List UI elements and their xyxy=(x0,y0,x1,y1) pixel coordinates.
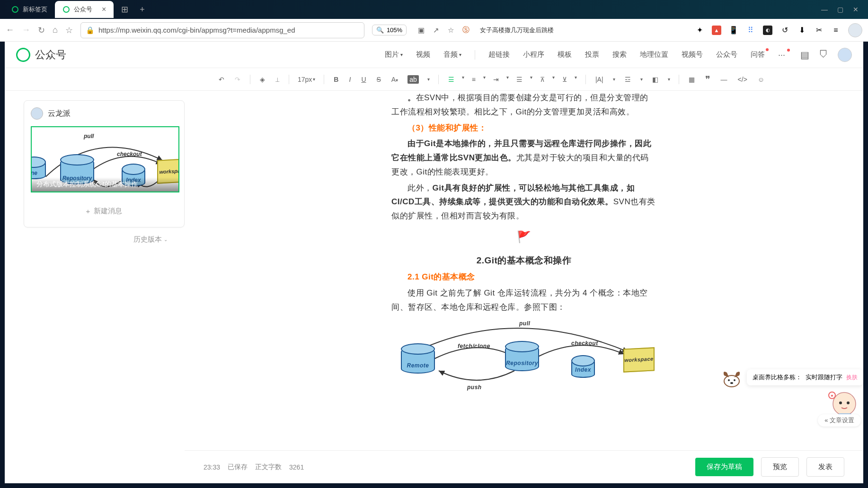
window-close-icon[interactable]: ✕ xyxy=(853,6,859,13)
emoji-icon[interactable]: ☺ xyxy=(757,75,765,84)
align-left-icon[interactable]: ☰ xyxy=(447,75,455,84)
menu-qa[interactable]: 问答 xyxy=(751,50,765,59)
preview-button[interactable]: 预览 xyxy=(761,457,799,477)
ext-phone-icon[interactable]: 📱 xyxy=(729,26,738,35)
paragraph: 此外，Git具有良好的扩展性，可以轻松地与其他工具集成，如CI/CD工具、持续集… xyxy=(391,181,656,223)
app-root: 公众号 图片▾ 视频 音频▾ 超链接 小程序 模板 投票 搜索 地理位置 视频号… xyxy=(5,42,863,483)
ext-dark-icon[interactable]: ◐ xyxy=(763,26,772,35)
menu-link[interactable]: 超链接 xyxy=(488,50,510,59)
indent-icon[interactable]: ⇥ xyxy=(492,75,500,84)
ext-red-icon[interactable]: ▲ xyxy=(712,26,721,35)
close-tab-icon[interactable]: × xyxy=(102,5,106,14)
back-icon[interactable]: ← xyxy=(6,25,14,35)
favorite-icon[interactable]: ☆ xyxy=(448,26,454,35)
clear-format-icon[interactable]: ⟂ xyxy=(275,75,280,84)
pet-msg-prefix: 桌面养比格多栋： xyxy=(753,373,802,382)
heading-2: 2.Git的基本概念和操作 xyxy=(391,253,656,268)
change-skin-button[interactable]: 换肤 xyxy=(846,374,858,382)
menu-audio[interactable]: 音频▾ xyxy=(443,50,461,59)
ext-translate-icon[interactable]: ⠿ xyxy=(746,26,755,35)
window-minimize-icon[interactable]: — xyxy=(821,6,828,13)
format-painter-icon[interactable]: ◈ xyxy=(259,75,266,84)
menu-vote[interactable]: 投票 xyxy=(585,50,599,59)
italic-icon[interactable]: I xyxy=(348,75,352,84)
menu-video[interactable]: 视频 xyxy=(416,50,430,59)
tab-new[interactable]: 新标签页 xyxy=(4,1,55,18)
tab-add-icon[interactable]: + xyxy=(136,3,149,17)
article-settings-chip[interactable]: « 文章设置 xyxy=(818,414,861,427)
shield-icon[interactable]: ⛉ xyxy=(819,49,828,60)
reload-icon[interactable]: ↻ xyxy=(38,25,45,35)
font-size-select[interactable]: 17px ▾ xyxy=(298,76,315,83)
svg-point-5 xyxy=(730,382,733,384)
url-input[interactable]: 🔒 https://mp.weixin.qq.com/cgi-bin/appms… xyxy=(80,22,364,38)
capture-icon[interactable]: ▣ xyxy=(418,26,425,35)
svg-point-8 xyxy=(847,401,850,404)
redo-icon[interactable]: ↷ xyxy=(234,75,241,84)
menu-channel[interactable]: 视频号 xyxy=(682,50,703,59)
article-thumbnail[interactable]: pull checkout commit add ne Repository I… xyxy=(31,126,179,192)
forward-icon[interactable]: → xyxy=(22,25,30,35)
address-bar: ← → ↻ ⌂ ☆ 🔒 https://mp.weixin.qq.com/cgi… xyxy=(0,19,868,42)
quote-icon[interactable]: ❞ xyxy=(704,73,711,86)
insert-menu: 图片▾ 视频 音频▾ 超链接 小程序 模板 投票 搜索 地理位置 视频号 公众号… xyxy=(385,50,786,60)
star-icon[interactable]: ☆ xyxy=(65,25,73,35)
history-link[interactable]: 历史版本 ⌄ xyxy=(24,235,185,244)
phone-preview-icon[interactable]: ▤ xyxy=(800,49,809,61)
list-icon[interactable]: ☲ xyxy=(624,75,632,84)
format-toolbar: ↶ ↷ ◈ ⟂ 17px ▾ B I U S A▾ ab▾ ☰▾ ≡▾ ⇥▾ ☰… xyxy=(5,68,863,91)
add-message-button[interactable]: + 新建消息 xyxy=(31,202,177,220)
pet-message-bubble[interactable]: 桌面养比格多栋： 实时跟随打字 换肤 xyxy=(747,369,863,385)
user-avatar-button[interactable] xyxy=(848,23,862,37)
hr-icon[interactable]: — xyxy=(720,75,728,84)
align-justify-icon[interactable]: ≡ xyxy=(471,75,477,84)
editor-canvas[interactable]: 。在SVN中，根据项目的需要创建分支是可行的，但是分支管理的工作流程相对较繁琐。… xyxy=(185,91,863,450)
publish-button[interactable]: 发表 xyxy=(806,457,844,477)
tab-icon-wechat xyxy=(62,6,70,13)
pet-dog-icon[interactable] xyxy=(720,366,743,389)
menu-location[interactable]: 地理位置 xyxy=(640,50,668,59)
text-color-icon[interactable]: A▾ xyxy=(390,75,399,84)
ext-download-icon[interactable]: ⬇ xyxy=(797,26,806,35)
ext-history-icon[interactable]: ↺ xyxy=(780,26,789,35)
strike-icon[interactable]: S xyxy=(376,75,382,84)
menu-search[interactable]: 搜索 xyxy=(612,50,627,59)
paragraph: 。在SVN中，根据项目的需要创建分支是可行的，但是分支管理的工作流程相对较繁琐。… xyxy=(391,91,656,119)
menu-template[interactable]: 模板 xyxy=(558,50,572,59)
tab-label: 公众号 xyxy=(74,5,92,14)
menu-more[interactable]: ⋯ xyxy=(778,51,786,59)
table-icon[interactable]: ▦ xyxy=(688,75,696,84)
save-draft-button[interactable]: 保存为草稿 xyxy=(695,458,753,476)
line-height-icon[interactable]: ☰ xyxy=(515,75,523,84)
letter-spacing-icon[interactable]: |A| xyxy=(594,75,604,84)
menu-image[interactable]: 图片▾ xyxy=(385,50,403,59)
ext-menu-icon[interactable]: ≡ xyxy=(831,26,841,35)
spacing-top-icon[interactable]: ⊼ xyxy=(539,75,546,84)
paragraph: 使用 Git 之前先了解 Git 仓库运转流程，共分为 4 个概念：本地空间、暂… xyxy=(391,286,656,314)
pet-msg: 实时跟随打字 xyxy=(806,373,842,382)
code-icon[interactable]: </> xyxy=(737,75,748,84)
underline-icon[interactable]: U xyxy=(360,75,367,84)
share-icon[interactable]: ↗ xyxy=(433,26,439,35)
home-icon[interactable]: ⌂ xyxy=(53,25,58,35)
undo-icon[interactable]: ↶ xyxy=(218,75,225,84)
spacing-bottom-icon[interactable]: ⊻ xyxy=(561,75,568,84)
window-maximize-icon[interactable]: ▢ xyxy=(837,6,843,13)
zoom-indicator[interactable]: 🔍 105% xyxy=(372,25,407,35)
float-icon[interactable]: ◧ xyxy=(651,75,659,84)
sogou-ext-icon[interactable]: Ⓢ xyxy=(462,26,469,35)
browser-tab-strip: 新标签页 公众号 × ⊞ + — ▢ ✕ xyxy=(0,0,868,19)
account-avatar-icon xyxy=(31,107,43,120)
ext-ai-icon[interactable]: ✦ xyxy=(695,26,704,35)
news-snippet[interactable]: 女子高楼撒几万现金后跳楼 xyxy=(480,26,554,35)
ext-scissors-icon[interactable]: ✂ xyxy=(814,26,824,35)
sidebar: 云龙派 pull checkout commi xyxy=(5,91,185,483)
tab-active[interactable]: 公众号 × xyxy=(55,1,114,18)
bg-color-icon[interactable]: ab xyxy=(407,75,419,84)
bold-icon[interactable]: B xyxy=(333,75,339,84)
tab-toolbox-icon[interactable]: ⊞ xyxy=(117,2,132,17)
menu-account[interactable]: 公众号 xyxy=(716,50,737,59)
brand[interactable]: 公众号 xyxy=(16,48,66,62)
menu-miniprogram[interactable]: 小程序 xyxy=(523,50,544,59)
account-avatar[interactable] xyxy=(838,48,852,62)
